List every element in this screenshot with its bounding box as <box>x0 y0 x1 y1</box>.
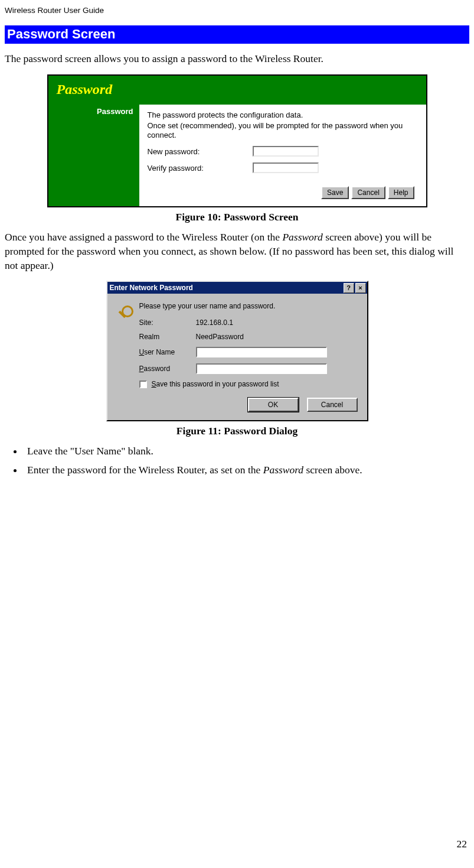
realm-value: NeedPassword <box>196 333 244 341</box>
site-value: 192.168.0.1 <box>196 318 233 327</box>
figure-10-wrapper: Password Password The password protects … <box>5 74 469 208</box>
username-input[interactable] <box>196 347 327 357</box>
section-heading: Password Screen <box>5 25 469 44</box>
realm-label: Realm <box>139 333 196 341</box>
figure-11-caption: Figure 11: Password Dialog <box>5 425 469 437</box>
panel-header-spacer <box>139 76 426 104</box>
site-label: Site: <box>139 318 196 327</box>
router-password-panel: Password Password The password protects … <box>47 74 427 208</box>
network-password-dialog: Enter Network Password ? × Please type y… <box>106 281 368 421</box>
new-password-input[interactable] <box>253 146 319 157</box>
verify-password-input[interactable] <box>253 162 319 173</box>
panel-description-line2: Once set (recommended), you will be prom… <box>148 121 418 141</box>
panel-description-line1: The password protects the configuration … <box>148 110 418 120</box>
cancel-button[interactable]: Cancel <box>351 186 385 199</box>
intro-paragraph: The password screen allows you to assign… <box>5 52 469 66</box>
figure-11-wrapper: Enter Network Password ? × Please type y… <box>5 281 469 421</box>
bullet-item-2: Enter the password for the Wireless Rout… <box>24 463 469 477</box>
username-label: User Name <box>139 348 196 356</box>
verify-password-label: Verify password: <box>148 164 253 173</box>
close-icon[interactable]: × <box>355 283 366 293</box>
sidebar-label-password: Password <box>48 105 139 116</box>
panel-title: Password <box>48 76 139 105</box>
document-header: Wireless Router User Guide <box>5 6 469 15</box>
mid-text-span: Once you have assigned a password to the… <box>5 231 453 271</box>
new-password-label: New password: <box>148 147 253 156</box>
save-password-label: Save this password in your password list <box>152 380 279 388</box>
bullet-item-1: Leave the "User Name" blank. <box>24 444 469 459</box>
mid-paragraph: Once you have assigned a password to the… <box>5 230 469 272</box>
help-icon[interactable]: ? <box>344 283 354 293</box>
figure-10-caption: Figure 10: Password Screen <box>5 211 469 223</box>
password-input[interactable] <box>196 363 327 374</box>
bullet-list: Leave the "User Name" blank. Enter the p… <box>6 444 469 477</box>
save-button[interactable]: Save <box>321 186 349 199</box>
dialog-cancel-button[interactable]: Cancel <box>307 398 358 412</box>
key-icon <box>116 303 133 321</box>
dialog-prompt: Please type your user name and password. <box>139 302 358 310</box>
ok-button[interactable]: OK <box>248 398 299 412</box>
save-password-checkbox[interactable] <box>139 381 147 388</box>
page-number: 22 <box>457 838 468 850</box>
help-button[interactable]: Help <box>388 186 414 199</box>
dialog-title: Enter Network Password <box>110 284 342 292</box>
dialog-titlebar: Enter Network Password ? × <box>107 282 367 294</box>
password-label: Password <box>139 365 196 373</box>
